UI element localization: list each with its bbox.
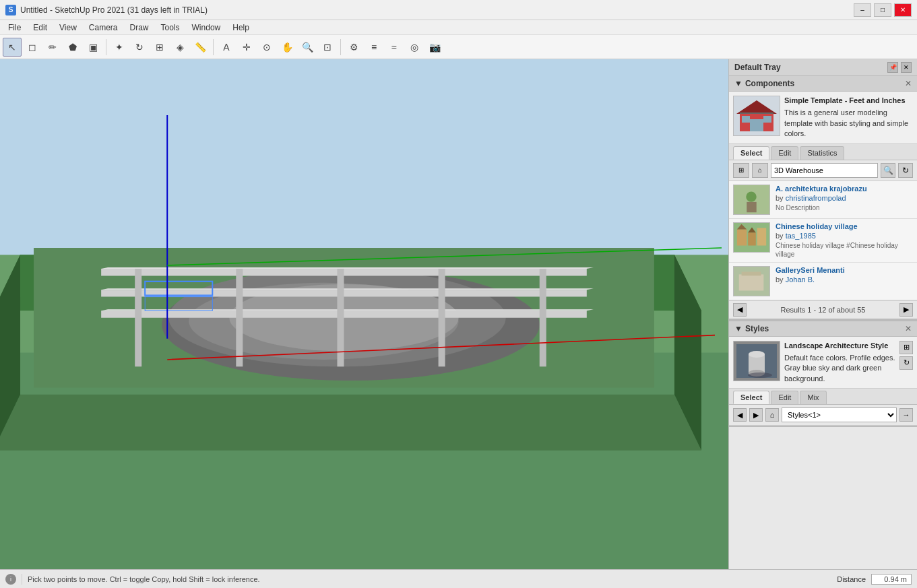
component-settings[interactable]: ⚙: [344, 38, 363, 57]
result-author-link-2[interactable]: tas_1985: [786, 232, 816, 240]
svg-rect-32: [763, 116, 771, 123]
menu-item-file[interactable]: File: [3, 22, 26, 34]
result-author-link-1[interactable]: christinafrompolad: [786, 194, 846, 202]
text-tool[interactable]: A: [217, 38, 236, 57]
fog-tool[interactable]: ≈: [385, 38, 404, 57]
result-author-2: by tas_1985: [776, 232, 913, 240]
close-button[interactable]: ✕: [894, 3, 912, 17]
result-info-3: GallerySeri Menanti by Johan B.: [776, 266, 913, 296]
svg-marker-3: [0, 395, 701, 451]
styles-tab-edit[interactable]: Edit: [771, 391, 798, 404]
tray-pin-button[interactable]: 📌: [887, 62, 898, 73]
layers-tool[interactable]: ≡: [365, 38, 383, 57]
shape-tool[interactable]: ⬟: [63, 38, 82, 57]
menu-item-draw[interactable]: Draw: [125, 22, 154, 34]
preview-info: Simple Template - Feet and Inches This i…: [784, 96, 913, 139]
styles-tab-mix[interactable]: Mix: [800, 391, 826, 404]
toolbar-separator-5: [106, 39, 106, 55]
svg-point-50: [748, 372, 772, 378]
preview-title: Simple Template - Feet and Inches: [784, 96, 913, 106]
titlebar-controls[interactable]: – □ ✕: [854, 3, 912, 17]
offset-tool[interactable]: ◈: [170, 38, 189, 57]
rotate-tool[interactable]: ↻: [130, 38, 149, 57]
menu-item-help[interactable]: Help: [227, 22, 255, 34]
styles-search-row: ◀ ▶ ⌂ Styles<1> →: [729, 405, 917, 426]
menu-item-edit[interactable]: Edit: [28, 22, 53, 34]
right-panel-scroll: ▼ Components ✕: [729, 76, 917, 569]
style-options-button[interactable]: ⊞: [899, 341, 913, 354]
minimize-button[interactable]: –: [854, 3, 871, 17]
styles-next-button[interactable]: ▶: [749, 408, 763, 422]
style-image: [733, 341, 780, 381]
maximize-button[interactable]: □: [874, 3, 891, 17]
results-list: A. architektura krajobrazu by christinaf…: [729, 181, 917, 300]
result-item-2[interactable]: Chinese holiday village by tas_1985 Chin…: [729, 219, 917, 263]
titlebar: S Untitled - SketchUp Pro 2021 (31 days …: [0, 0, 917, 20]
search-go-button[interactable]: 🔍: [881, 163, 895, 178]
result-title-2[interactable]: Chinese holiday village: [776, 222, 913, 230]
styles-panel-title: ▼ Styles: [734, 324, 769, 333]
styles-panel-header[interactable]: ▼ Styles ✕: [729, 321, 917, 337]
styles-dropdown[interactable]: Styles<1>: [782, 407, 897, 422]
result-item[interactable]: A. architektura krajobrazu by christinaf…: [729, 181, 917, 219]
result-author-link-3[interactable]: Johan B.: [786, 275, 815, 284]
eraser-tool[interactable]: ◻: [23, 38, 42, 57]
next-page-button[interactable]: ▶: [899, 303, 913, 317]
menu-item-camera[interactable]: Camera: [84, 22, 123, 34]
result-title-1[interactable]: A. architektura krajobrazu: [776, 185, 913, 193]
move-tool[interactable]: ✦: [110, 38, 129, 57]
styles-panel: ▼ Styles ✕: [729, 321, 917, 428]
components-tabs: Select Edit Statistics: [729, 144, 917, 160]
result-thumb-3: [733, 266, 770, 296]
push-pull-tool[interactable]: ▣: [84, 38, 102, 57]
scene-svg: [0, 59, 728, 569]
styles-prev-button[interactable]: ◀: [733, 408, 747, 422]
result-thumb-2: [733, 222, 770, 253]
distance-label: Distance: [837, 575, 866, 583]
zoom-extents-tool[interactable]: ⊡: [318, 38, 337, 57]
search-refresh-button[interactable]: ↻: [898, 163, 913, 178]
menu-item-tools[interactable]: Tools: [156, 22, 185, 34]
search-input[interactable]: [771, 163, 878, 178]
home-button[interactable]: ⌂: [752, 163, 768, 178]
result-title-3[interactable]: GallerySeri Menanti: [776, 266, 913, 274]
tab-edit[interactable]: Edit: [771, 146, 798, 160]
tab-statistics[interactable]: Statistics: [800, 146, 844, 160]
tray-controls[interactable]: 📌 ✕: [887, 62, 912, 73]
svg-rect-40: [757, 228, 766, 245]
styles-close-button[interactable]: ✕: [905, 324, 912, 333]
viewport[interactable]: [0, 59, 728, 569]
zoom-tool[interactable]: 🔍: [298, 38, 317, 57]
menu-item-view[interactable]: View: [54, 22, 82, 34]
search-mode-button[interactable]: ⊞: [733, 163, 749, 178]
tape-tool[interactable]: 📏: [191, 38, 210, 57]
select-tool[interactable]: ↖: [3, 38, 22, 57]
preview-description: This is a general user modeling template…: [784, 108, 913, 139]
scale-tool[interactable]: ⊞: [150, 38, 169, 57]
right-panel: Default Tray 📌 ✕ ▼ Components ✕: [728, 59, 917, 569]
pan-tool[interactable]: ✋: [278, 38, 296, 57]
camera-icon-tool[interactable]: 📷: [425, 38, 444, 57]
style-tool[interactable]: ◎: [405, 38, 424, 57]
axes-tool[interactable]: ✛: [237, 38, 256, 57]
components-panel-header[interactable]: ▼ Components ✕: [729, 76, 917, 92]
svg-rect-0: [0, 59, 728, 269]
orbit-tool[interactable]: ⊙: [257, 38, 276, 57]
results-count: Results 1 - 12 of about 55: [781, 306, 866, 314]
result-item-3[interactable]: GallerySeri Menanti by Johan B.: [729, 263, 917, 300]
styles-home-button[interactable]: ⌂: [765, 408, 779, 422]
styles-apply-button[interactable]: →: [899, 408, 913, 422]
tray-close-button[interactable]: ✕: [901, 62, 912, 73]
prev-page-button[interactable]: ◀: [733, 303, 747, 317]
svg-rect-36: [747, 201, 756, 211]
svg-point-48: [749, 351, 765, 358]
components-close-button[interactable]: ✕: [905, 79, 912, 88]
app-icon: S: [5, 5, 16, 15]
svg-rect-33: [740, 112, 773, 114]
menu-item-window[interactable]: Window: [187, 22, 226, 34]
styles-tab-select[interactable]: Select: [733, 391, 769, 404]
style-refresh-button[interactable]: ↻: [899, 356, 913, 370]
svg-marker-29: [736, 100, 777, 114]
tab-select[interactable]: Select: [733, 146, 769, 160]
pencil-tool[interactable]: ✏: [43, 38, 62, 57]
